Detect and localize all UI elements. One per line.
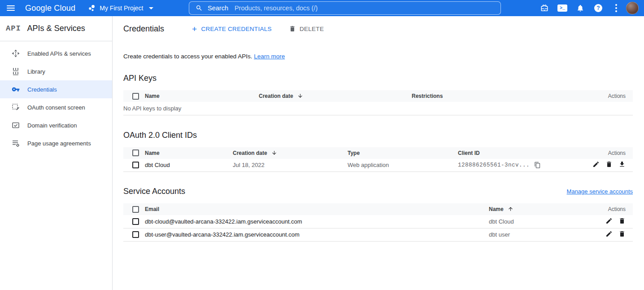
col-type[interactable]: Type: [348, 150, 360, 156]
oauth-clients-heading: OAuth 2.0 Client IDs: [123, 131, 633, 140]
topbar-icon-group: >_ ?: [535, 0, 641, 16]
client-creation-date: Jul 18, 2022: [233, 162, 265, 168]
cloud-shell-icon[interactable]: >_: [553, 0, 571, 16]
col-actions: Actions: [608, 93, 626, 99]
sort-desc-icon: [271, 150, 277, 156]
oauth-clients-table: Name Creation date Type Client ID Action…: [123, 147, 633, 172]
service-account-email: dbt-cloud@vaulted-arcana-332422.iam.gser…: [145, 218, 302, 225]
sort-desc-icon: [297, 93, 303, 99]
search-placeholder: Products, resources, docs (/): [235, 4, 318, 12]
gift-icon[interactable]: [535, 0, 553, 16]
col-name[interactable]: Name: [145, 150, 160, 156]
sidebar-item-label: Page usage agreements: [27, 140, 91, 147]
agreements-icon: [12, 139, 20, 147]
sidebar-item-label: OAuth consent screen: [27, 104, 85, 111]
cloud-shell-glyph: >_: [557, 4, 567, 12]
sidebar-item-enabled-apis[interactable]: Enabled APIs & services: [0, 44, 112, 62]
sidebar: API APIs & Services Enabled APIs & servi…: [0, 16, 113, 290]
page-toolbar: Credentials + CREATE CREDENTIALS DELETE: [113, 16, 644, 41]
search-input[interactable]: Search Products, resources, docs (/): [189, 1, 501, 15]
plus-icon: +: [192, 25, 197, 33]
download-icon[interactable]: [618, 161, 626, 168]
service-account-row: dbt-user@vaulted-arcana-332422.iam.gserv…: [123, 228, 633, 241]
client-type: Web application: [348, 162, 389, 168]
sidebar-nav: Enabled APIs & services Library C: [0, 41, 112, 152]
row-checkbox[interactable]: [132, 218, 139, 225]
project-name: My First Project: [100, 4, 143, 12]
service-account-row: dbt-cloud@vaulted-arcana-332422.iam.gser…: [123, 215, 633, 228]
consent-screen-icon: [12, 103, 20, 111]
service-accounts-header-row: Email Name Actions: [123, 203, 633, 215]
edit-icon[interactable]: [605, 230, 613, 237]
search-label: Search: [208, 4, 228, 12]
sidebar-item-label: Credentials: [27, 86, 57, 93]
col-creation-date[interactable]: Creation date: [259, 93, 293, 99]
col-creation-date[interactable]: Creation date: [233, 150, 267, 156]
col-actions: Actions: [608, 150, 626, 156]
domain-verification-icon: [12, 121, 20, 129]
col-email[interactable]: Email: [145, 206, 159, 212]
empty-state-text: No API keys to display: [123, 105, 181, 112]
intro-text: Create credentials to access your enable…: [123, 53, 633, 60]
api-keys-empty-row: No API keys to display: [123, 102, 633, 115]
help-icon[interactable]: ?: [589, 0, 607, 16]
service-accounts-table: Email Name Actions dbt-cloud@vaulted-arc…: [123, 203, 633, 242]
help-glyph: ?: [594, 4, 602, 12]
notifications-icon[interactable]: [571, 0, 589, 16]
delete-button[interactable]: DELETE: [289, 25, 324, 32]
learn-more-link[interactable]: Learn more: [254, 53, 285, 60]
sidebar-item-label: Library: [27, 68, 45, 75]
more-vert-icon[interactable]: [607, 0, 625, 16]
edit-icon[interactable]: [592, 161, 600, 168]
top-navigation-bar: Google Cloud My First Project Search Pro…: [0, 0, 644, 16]
select-all-checkbox[interactable]: [132, 206, 139, 213]
service-accounts-heading: Service Accounts: [123, 187, 185, 196]
select-all-checkbox[interactable]: [132, 93, 139, 100]
oauth-header-row: Name Creation date Type Client ID Action…: [123, 147, 633, 159]
oauth-client-row: dbt Cloud Jul 18, 2022 Web application 1…: [123, 159, 633, 172]
col-actions: Actions: [608, 206, 626, 212]
service-account-email: dbt-user@vaulted-arcana-332422.iam.gserv…: [145, 231, 300, 238]
trash-icon: [289, 25, 296, 32]
sidebar-item-label: Domain verification: [27, 122, 77, 129]
sidebar-item-oauth-consent[interactable]: OAuth consent screen: [0, 98, 112, 116]
sidebar-item-label: Enabled APIs & services: [27, 50, 91, 57]
manage-service-accounts-link[interactable]: Manage service accounts: [567, 188, 633, 195]
key-icon: [12, 85, 20, 93]
logo-google: Google: [25, 4, 52, 13]
delete-icon[interactable]: [605, 161, 613, 168]
create-credentials-label: CREATE CREDENTIALS: [201, 26, 271, 32]
menu-icon[interactable]: [0, 0, 22, 16]
project-selector[interactable]: My First Project: [88, 4, 153, 12]
create-credentials-button[interactable]: + CREATE CREDENTIALS: [192, 25, 272, 33]
sidebar-item-page-usage-agreements[interactable]: Page usage agreements: [0, 134, 112, 152]
api-keys-heading: API Keys: [123, 74, 633, 83]
row-checkbox[interactable]: [132, 162, 139, 168]
select-all-checkbox[interactable]: [132, 149, 139, 156]
main-content: Credentials + CREATE CREDENTIALS DELETE …: [113, 16, 644, 290]
delete-icon[interactable]: [618, 230, 626, 237]
copy-icon[interactable]: [534, 162, 541, 168]
row-checkbox[interactable]: [132, 231, 139, 238]
col-name[interactable]: Name: [489, 206, 504, 212]
avatar[interactable]: [626, 2, 639, 14]
sidebar-item-library[interactable]: Library: [0, 62, 112, 80]
google-cloud-logo[interactable]: Google Cloud: [25, 4, 75, 13]
service-account-name: dbt user: [489, 231, 510, 238]
col-name[interactable]: Name: [145, 93, 160, 99]
chevron-down-icon: [149, 7, 153, 9]
logo-cloud: Cloud: [54, 4, 75, 13]
sidebar-item-domain-verification[interactable]: Domain verification: [0, 116, 112, 134]
col-restrictions[interactable]: Restrictions: [412, 93, 443, 99]
library-icon: [12, 67, 20, 75]
enabled-apis-icon: [12, 49, 20, 57]
project-pinwheel-icon: [88, 4, 96, 12]
client-id-value: 128886265561-3ncv...: [458, 162, 530, 168]
sort-asc-icon: [508, 206, 513, 212]
sidebar-item-credentials[interactable]: Credentials: [0, 80, 112, 98]
col-client-id[interactable]: Client ID: [458, 150, 480, 156]
edit-icon[interactable]: [605, 217, 613, 224]
delete-icon[interactable]: [618, 217, 626, 224]
search-icon: [196, 4, 203, 12]
client-name: dbt Cloud: [145, 162, 170, 168]
